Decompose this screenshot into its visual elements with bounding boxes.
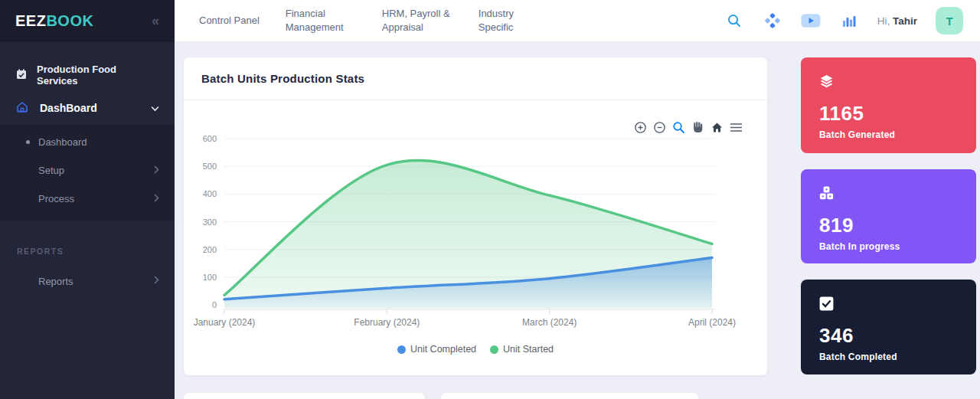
pan-icon[interactable] bbox=[691, 120, 704, 134]
subitem-label: Dashboard bbox=[38, 136, 87, 148]
legend-label: Unit Completed bbox=[410, 344, 476, 355]
dashboard-submenu: Dashboard Setup Process bbox=[0, 125, 175, 221]
sidebar-item-dashboard-parent[interactable]: DashBoard bbox=[0, 91, 175, 125]
svg-text:April (2024): April (2024) bbox=[688, 317, 736, 328]
sidebar: EEZBOOK « Production Food Services DashB… bbox=[0, 0, 175, 399]
sidebar-collapse-icon[interactable]: « bbox=[152, 13, 159, 29]
stat-card-batch-in-progress[interactable]: 819 Batch In progress bbox=[801, 169, 976, 263]
stat-value: 1165 bbox=[819, 102, 958, 126]
chart-body: 0100200300400500600January (2024)Februar… bbox=[184, 100, 767, 374]
bottom-partial-card-1 bbox=[184, 393, 425, 399]
check-square-icon bbox=[819, 300, 834, 313]
layers-icon bbox=[819, 78, 834, 91]
main-content: Batch Units Production Stats bbox=[175, 42, 980, 399]
legend-item-unit-completed[interactable]: Unit Completed bbox=[397, 344, 476, 355]
sidebar-logo-bar: EEZBOOK « bbox=[0, 0, 175, 42]
nav-item-financial-management[interactable]: Financial Management bbox=[286, 7, 356, 34]
sidebar-item-reports[interactable]: Reports bbox=[0, 267, 175, 296]
logo-part-1: EEZ bbox=[15, 12, 46, 29]
chevron-right-icon bbox=[154, 194, 159, 204]
subitem-label: Setup bbox=[38, 165, 64, 176]
stat-label: Batch Completed bbox=[819, 352, 958, 362]
selection-zoom-icon[interactable] bbox=[671, 120, 685, 134]
svg-text:February (2024): February (2024) bbox=[354, 317, 420, 328]
sidebar-item-production-food-services[interactable]: Production Food Services bbox=[0, 65, 175, 85]
search-icon[interactable] bbox=[724, 11, 744, 31]
svg-text:400: 400 bbox=[203, 189, 217, 198]
stat-card-batch-completed[interactable]: 346 Batch Completed bbox=[801, 280, 976, 374]
chart-legend: Unit Completed Unit Started bbox=[184, 344, 767, 355]
svg-text:200: 200 bbox=[203, 245, 217, 254]
bullet-icon bbox=[26, 140, 30, 144]
production-stats-card: Batch Units Production Stats bbox=[184, 57, 767, 375]
svg-text:January (2024): January (2024) bbox=[194, 317, 256, 328]
svg-text:100: 100 bbox=[203, 273, 217, 282]
chevron-right-icon bbox=[154, 276, 159, 286]
boxes-icon bbox=[819, 190, 834, 203]
sidebar-subitem-process[interactable]: Process bbox=[0, 185, 175, 213]
production-stats-chart: 0100200300400500600January (2024)Februar… bbox=[184, 100, 767, 374]
menu-icon[interactable] bbox=[729, 120, 743, 134]
zoom-in-icon[interactable] bbox=[633, 120, 647, 134]
calendar-check-icon bbox=[15, 68, 28, 83]
legend-dot-blue bbox=[397, 345, 406, 354]
legend-label: Unit Started bbox=[503, 344, 554, 355]
stat-card-batch-generated[interactable]: 1165 Batch Generated bbox=[801, 57, 976, 153]
video-icon[interactable] bbox=[801, 11, 821, 31]
user-name: Tahir bbox=[893, 15, 917, 27]
sidebar-subitem-setup[interactable]: Setup bbox=[0, 156, 175, 185]
nav-item-control-panel[interactable]: Control Panel bbox=[199, 14, 260, 28]
svg-text:0: 0 bbox=[212, 300, 217, 309]
chart-card-header: Batch Units Production Stats bbox=[184, 57, 767, 100]
reset-home-icon[interactable] bbox=[710, 120, 724, 134]
svg-text:600: 600 bbox=[203, 134, 217, 143]
nav-item-hrm-payroll[interactable]: HRM, Payroll & Appraisal bbox=[382, 7, 452, 34]
stat-value: 346 bbox=[819, 324, 958, 348]
subitem-label: Process bbox=[38, 193, 74, 204]
header-right: Hi, Tahir T bbox=[724, 7, 980, 34]
svg-text:500: 500 bbox=[203, 162, 217, 171]
header-nav: Control Panel Financial Management HRM, … bbox=[199, 7, 549, 34]
app-logo: EEZBOOK bbox=[15, 12, 93, 30]
apps-icon[interactable] bbox=[763, 11, 782, 31]
stat-label: Batch Generated bbox=[819, 129, 958, 140]
legend-item-unit-started[interactable]: Unit Started bbox=[490, 344, 554, 355]
reports-label: Reports bbox=[38, 276, 74, 287]
chevron-down-icon bbox=[151, 102, 159, 114]
zoom-out-icon[interactable] bbox=[652, 120, 666, 134]
bottom-partial-card-2 bbox=[441, 393, 698, 399]
svg-text:March (2024): March (2024) bbox=[522, 317, 577, 328]
sidebar-section-reports: REPORTS bbox=[0, 247, 175, 256]
top-header: Control Panel Financial Management HRM, … bbox=[175, 0, 980, 42]
greeting-text: Hi, Tahir bbox=[877, 15, 917, 27]
sidebar-subitem-dashboard[interactable]: Dashboard bbox=[0, 128, 175, 156]
chart-title: Batch Units Production Stats bbox=[201, 72, 364, 85]
sidebar-menu-label: DashBoard bbox=[40, 102, 97, 114]
chevron-right-icon bbox=[154, 165, 159, 176]
svg-text:300: 300 bbox=[203, 217, 217, 227]
stat-cards-column: 1165 Batch Generated 819 Batch In progre… bbox=[801, 57, 976, 374]
chart-toolbar bbox=[633, 120, 743, 134]
stat-label: Batch In progress bbox=[819, 241, 958, 252]
avatar[interactable]: T bbox=[936, 7, 963, 34]
greeting-prefix: Hi, bbox=[877, 15, 890, 27]
stat-value: 819 bbox=[819, 214, 958, 237]
home-icon bbox=[15, 100, 29, 116]
nav-item-industry-specific[interactable]: Industry Specific bbox=[479, 7, 549, 34]
logo-part-2: BOOK bbox=[46, 12, 93, 29]
legend-dot-green bbox=[490, 345, 498, 354]
stats-icon[interactable] bbox=[839, 11, 859, 31]
sidebar-service-label: Production Food Services bbox=[37, 64, 159, 87]
